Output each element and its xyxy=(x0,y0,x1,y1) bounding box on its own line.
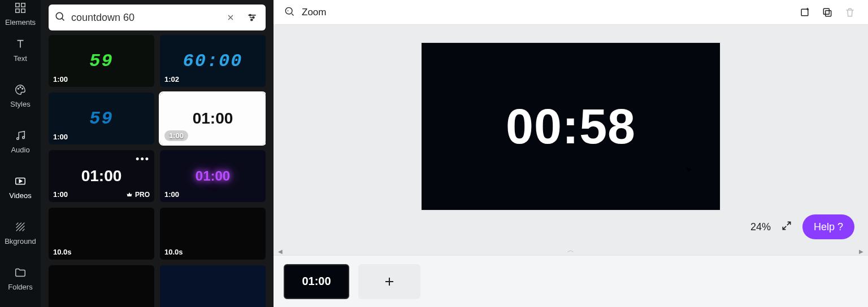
nav-audio[interactable]: Audio xyxy=(0,119,41,164)
nav-elements[interactable]: Elements xyxy=(0,0,41,27)
nav-label: Folders xyxy=(8,283,32,291)
svg-point-10 xyxy=(56,12,63,19)
result-thumbnail[interactable]: 10.0s xyxy=(160,208,266,260)
nav-label: Styles xyxy=(10,100,30,108)
search-icon xyxy=(54,11,66,24)
texture-icon xyxy=(14,220,27,234)
text-icon xyxy=(14,37,27,51)
editor: Zoom 00:58 24% xyxy=(274,0,868,307)
duplicate-page-button[interactable] xyxy=(819,5,835,20)
timeline-resize-handle[interactable]: ︿ xyxy=(567,245,574,255)
result-thumbnail[interactable]: 01:001:00PRO••• xyxy=(49,150,154,202)
search-row xyxy=(49,0,266,35)
search-input[interactable] xyxy=(71,12,217,24)
zoom-controls: 24% Help ? xyxy=(750,214,854,239)
duration-badge: 1:00 xyxy=(53,75,68,84)
pro-badge: PRO xyxy=(126,191,150,199)
nav-label: Bkground xyxy=(5,237,36,245)
thumbnail-preview-text: 59 xyxy=(89,108,113,129)
result-thumbnail[interactable]: 01:001:00 xyxy=(160,93,266,144)
svg-point-14 xyxy=(285,7,292,14)
thumbnail-preview-text: 01:00 xyxy=(81,167,122,185)
help-button[interactable]: Help ? xyxy=(802,214,854,239)
side-panel-wrapper: 591:0060:001:02591:0001:001:0001:001:00P… xyxy=(41,0,274,307)
nav-background[interactable]: Bkground xyxy=(0,210,41,256)
video-icon xyxy=(14,174,27,188)
duration-badge: 1:00 xyxy=(53,190,68,199)
delete-page-button[interactable] xyxy=(842,5,858,20)
nav-videos[interactable]: Videos xyxy=(0,164,41,210)
svg-rect-1 xyxy=(21,3,25,6)
duration-badge: 10.0s xyxy=(53,248,72,256)
palette-icon xyxy=(14,83,27,97)
help-label: Help ? xyxy=(814,221,843,233)
timeline: 01:00 xyxy=(274,255,868,307)
scroll-right-icon[interactable]: ▶ xyxy=(859,248,863,255)
thumbnail-preview-text: 59 xyxy=(89,51,113,72)
nav-styles[interactable]: Styles xyxy=(0,73,41,119)
svg-point-4 xyxy=(18,88,19,89)
canvas-page[interactable]: 00:58 xyxy=(422,43,720,210)
svg-point-7 xyxy=(17,138,19,140)
scroll-left-icon[interactable]: ◀ xyxy=(278,248,283,255)
filter-button[interactable] xyxy=(244,10,260,25)
thumbnail-more-button[interactable]: ••• xyxy=(136,154,150,165)
nav-rail: Elements Text Styles Audio Videos xyxy=(0,0,41,307)
zoom-percent[interactable]: 24% xyxy=(750,221,771,233)
nav-label: Videos xyxy=(9,191,32,200)
add-page-button[interactable] xyxy=(797,5,813,20)
folder-icon xyxy=(14,266,27,279)
clear-search-button[interactable] xyxy=(223,10,238,25)
result-thumbnail[interactable]: 591:00 xyxy=(49,35,154,87)
result-thumbnail[interactable]: 591:00 xyxy=(49,93,154,144)
search-box xyxy=(49,5,266,30)
svg-rect-0 xyxy=(16,3,19,6)
svg-point-5 xyxy=(20,87,21,88)
svg-rect-16 xyxy=(823,8,829,14)
duration-badge: 1:00 xyxy=(53,133,68,141)
result-thumbnail[interactable]: 60:001:02 xyxy=(160,35,266,87)
timeline-clip[interactable]: 01:00 xyxy=(284,264,349,299)
duration-badge: 10.0s xyxy=(164,248,183,256)
svg-rect-15 xyxy=(801,9,808,16)
music-icon xyxy=(14,129,27,142)
svg-rect-3 xyxy=(21,8,25,12)
svg-point-13 xyxy=(251,19,253,21)
zoom-label: Zoom xyxy=(302,7,326,18)
result-thumbnail[interactable]: 01:001:00 xyxy=(160,150,266,202)
svg-point-6 xyxy=(22,88,23,89)
side-panel: 591:0060:001:02591:0001:001:0001:001:00P… xyxy=(41,0,274,307)
nav-label: Text xyxy=(14,54,27,63)
nav-text[interactable]: Text xyxy=(0,27,41,73)
thumbnail-preview-text: 01:00 xyxy=(196,168,230,184)
canvas-toolbar: Zoom xyxy=(274,0,868,25)
svg-rect-2 xyxy=(16,8,19,12)
shapes-icon xyxy=(14,1,27,15)
duration-badge: 1:00 xyxy=(164,190,179,199)
duration-badge: 1:02 xyxy=(164,75,179,84)
nav-label: Audio xyxy=(11,146,29,154)
thumbnail-preview-text: 60:00 xyxy=(183,51,242,72)
duration-badge: 1:00 xyxy=(164,130,188,141)
results-grid: 591:0060:001:02591:0001:001:0001:001:00P… xyxy=(49,35,266,307)
result-thumbnail[interactable]: 10.0s xyxy=(49,208,154,260)
svg-point-12 xyxy=(253,17,254,19)
zoom-icon xyxy=(284,6,295,19)
timeline-clip-label: 01:00 xyxy=(302,275,331,288)
thumbnail-preview-text: 01:00 xyxy=(193,109,233,128)
canvas-zone[interactable]: 00:58 24% Help ? ◀ ▶ ︿ xyxy=(274,25,868,255)
mouse-cursor-icon xyxy=(685,166,694,175)
svg-point-8 xyxy=(23,137,25,139)
result-thumbnail[interactable] xyxy=(49,265,154,307)
nav-label: Elements xyxy=(5,18,36,27)
add-scene-button[interactable] xyxy=(358,264,420,299)
fullscreen-button[interactable] xyxy=(781,220,792,234)
nav-folders[interactable]: Folders xyxy=(0,256,41,301)
result-thumbnail[interactable] xyxy=(160,265,266,307)
svg-point-11 xyxy=(249,15,251,16)
svg-rect-17 xyxy=(826,10,831,16)
countdown-display: 00:58 xyxy=(506,98,636,155)
